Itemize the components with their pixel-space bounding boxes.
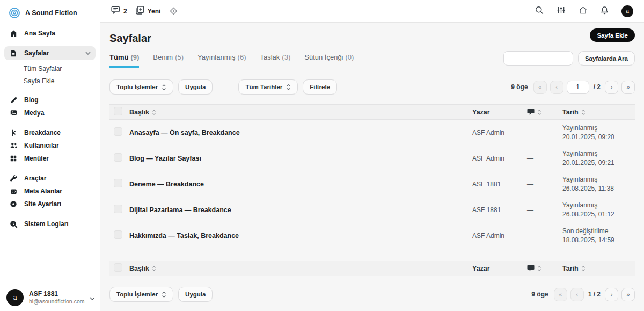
apply-button[interactable]: Uygula xyxy=(178,287,213,302)
menus-grid-icon xyxy=(9,154,18,163)
sidebar-item-tum-sayfalar[interactable]: Tüm Sayfalar xyxy=(4,62,96,75)
sidebar-item-ana-sayfa[interactable]: Ana Sayfa xyxy=(4,27,96,40)
sort-icon xyxy=(152,265,156,272)
tab-taslak[interactable]: Taslak(3) xyxy=(260,53,291,68)
comment-icon xyxy=(527,109,535,115)
row-author: ASF Admin xyxy=(472,155,527,162)
sidebar-item-sistem-loglari[interactable]: Sistem Logları xyxy=(4,218,96,230)
page-row-title[interactable]: Deneme — Breakdance xyxy=(129,180,472,188)
search-pages-button[interactable]: Sayfalarda Ara xyxy=(578,51,635,66)
sidebar-item-sayfalar[interactable]: Sayfalar xyxy=(4,46,96,60)
pages-icon xyxy=(9,49,18,57)
page-row-title[interactable]: Anasayfa — Ön sayfa, Breakdance xyxy=(129,129,472,136)
sidebar-item-menuler[interactable]: Menüler xyxy=(4,152,96,165)
tab-sutun-icerigi[interactable]: Sütun İçeriği(0) xyxy=(304,53,354,68)
topbar-new[interactable]: Yeni xyxy=(136,6,161,17)
tab-benim[interactable]: Benim(5) xyxy=(153,53,184,68)
table-footer-header: Başlık Yazar Tarih xyxy=(109,261,635,276)
last-page-button[interactable]: » xyxy=(621,288,635,301)
sidebar-item-kullanicilar[interactable]: Kullanıcılar xyxy=(4,139,96,152)
search-input[interactable] xyxy=(503,51,573,66)
sliders-icon[interactable] xyxy=(557,6,566,16)
page-row-title[interactable]: Dijital Pazarlama — Breakdance xyxy=(129,206,472,214)
sort-date-header[interactable]: Tarih xyxy=(562,265,635,272)
sidebar-nav: Ana Sayfa Sayfalar Tüm Sayfalar Sayfa Ek… xyxy=(0,24,100,284)
table-row[interactable]: Hakkımızda — Taslak, Breakdance ASF Admi… xyxy=(109,223,635,249)
row-author: ASF 1881 xyxy=(472,180,527,188)
table-row[interactable]: Dijital Pazarlama — Breakdance ASF 1881 … xyxy=(109,197,635,223)
sidebar-user-menu[interactable]: a ASF 1881 hi@asoundfiction.com xyxy=(0,284,100,311)
row-comments: — xyxy=(527,129,562,136)
tab-tumu[interactable]: Tümü(9) xyxy=(109,53,139,68)
list-toolbar: Toplu İşlemler Uygula Tüm Tarihler Filtr… xyxy=(109,79,635,95)
filter-button[interactable]: Filtrele xyxy=(303,79,337,95)
row-comments: — xyxy=(527,206,562,214)
media-icon xyxy=(9,109,18,117)
sidebar-item-site-ayarlari[interactable]: Site Ayarları xyxy=(4,198,96,211)
select-all-checkbox[interactable] xyxy=(114,263,122,272)
row-date: Yayınlanmış20.01.2025, 09:20 xyxy=(562,124,635,142)
prev-page-button[interactable]: ‹ xyxy=(550,81,564,94)
page-content: Sayfalar Sayfa Ekle Tümü(9) Benim(5) Yay… xyxy=(100,23,644,311)
topbar: 2 Yeni a xyxy=(100,0,644,23)
sort-title-header[interactable]: Başlık xyxy=(129,265,472,272)
select-all-checkbox[interactable] xyxy=(114,107,122,115)
first-page-button[interactable]: « xyxy=(533,81,547,94)
sort-comments-header[interactable] xyxy=(527,265,562,272)
comment-icon xyxy=(111,6,120,16)
sidebar-item-sayfa-ekle[interactable]: Sayfa Ekle xyxy=(4,75,96,87)
sort-date-header[interactable]: Tarih xyxy=(562,109,635,116)
pagination-top: 9 öge « ‹ / 2 › » xyxy=(511,81,635,94)
prev-page-button[interactable]: ‹ xyxy=(570,288,584,301)
tab-yayinlanmis[interactable]: Yayınlanmış(6) xyxy=(197,53,246,68)
page-row-title[interactable]: Blog — Yazılar Sayfası xyxy=(129,155,472,162)
row-checkbox[interactable] xyxy=(114,153,122,162)
sort-comments-header[interactable] xyxy=(527,109,562,115)
bulk-actions-select[interactable]: Toplu İşlemler xyxy=(109,79,173,95)
sort-title-header[interactable]: Başlık xyxy=(129,109,472,116)
table-row[interactable]: Anasayfa — Ön sayfa, Breakdance ASF Admi… xyxy=(109,120,635,146)
bulk-actions-select[interactable]: Toplu İşlemler xyxy=(109,287,173,302)
brand-logo-icon xyxy=(9,7,20,19)
sidebar-item-araclar[interactable]: Araçlar xyxy=(4,172,96,185)
row-checkbox[interactable] xyxy=(114,205,122,213)
apply-button[interactable]: Uygula xyxy=(178,79,213,95)
row-checkbox[interactable] xyxy=(114,179,122,187)
row-date: Yayınlanmış20.01.2025, 09:21 xyxy=(562,149,635,168)
pagination-bottom: 9 öge « ‹ 1 / 2 › » xyxy=(531,288,635,301)
topbar-avatar[interactable]: a xyxy=(621,5,633,17)
row-checkbox[interactable] xyxy=(114,127,122,136)
table-row[interactable]: Deneme — Breakdance ASF 1881 — Yayınlanm… xyxy=(109,171,635,197)
sort-icon xyxy=(581,265,586,272)
current-page-input[interactable] xyxy=(567,81,589,94)
add-page-button[interactable]: Sayfa Ekle xyxy=(590,28,635,42)
next-page-button[interactable]: › xyxy=(605,81,618,94)
comment-icon xyxy=(527,265,535,272)
first-page-button[interactable]: « xyxy=(554,288,567,301)
brand-logo-row[interactable]: A Sound Fiction xyxy=(0,0,100,24)
row-checkbox[interactable] xyxy=(114,230,122,239)
logs-icon xyxy=(9,220,18,228)
bell-icon[interactable] xyxy=(601,6,609,17)
search-icon[interactable] xyxy=(535,6,544,17)
page-row-title[interactable]: Hakkımızda — Taslak, Breakdance xyxy=(129,232,472,240)
sidebar-item-breakdance[interactable]: Breakdance xyxy=(4,126,96,139)
home-icon[interactable] xyxy=(579,6,588,17)
dates-filter-select[interactable]: Tüm Tarihler xyxy=(238,79,298,95)
next-page-button[interactable]: › xyxy=(605,288,618,301)
user-avatar: a xyxy=(6,289,24,306)
app-window: A Sound Fiction Ana Sayfa Sayfalar Tüm S… xyxy=(0,0,644,311)
row-author: ASF Admin xyxy=(472,232,527,240)
sidebar-item-meta-alanlar[interactable]: Meta Alanlar xyxy=(4,185,96,198)
table-row[interactable]: Blog — Yazılar Sayfası ASF Admin — Yayın… xyxy=(109,146,635,171)
topbar-comments[interactable]: 2 xyxy=(111,6,127,16)
row-author: ASF 1881 xyxy=(472,206,527,214)
topbar-breakdance-diamond-icon[interactable] xyxy=(169,6,178,16)
author-header: Yazar xyxy=(472,265,527,272)
home-icon xyxy=(9,29,18,38)
chevron-down-icon xyxy=(90,293,95,302)
sidebar-item-blog[interactable]: Blog xyxy=(4,93,96,106)
wrench-icon xyxy=(9,174,18,183)
last-page-button[interactable]: » xyxy=(621,81,635,94)
sidebar-item-medya[interactable]: Medya xyxy=(4,106,96,119)
